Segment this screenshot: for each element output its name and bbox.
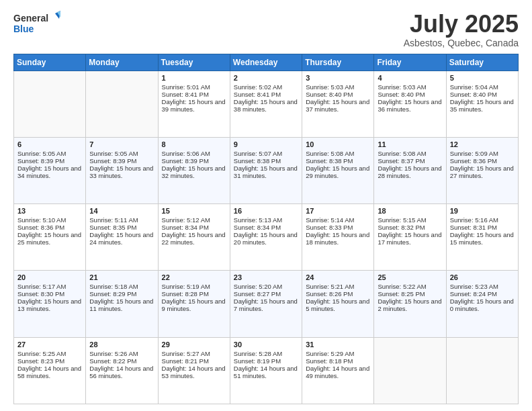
sunrise-text: Sunrise: 5:11 AM: [89, 216, 154, 224]
daylight-text: Daylight: 15 hours and 29 minutes.: [306, 165, 370, 179]
calendar-cell-w1-d2: 1Sunrise: 5:01 AMSunset: 8:41 PMDaylight…: [158, 71, 230, 137]
sunrise-text: Sunrise: 5:15 AM: [378, 216, 442, 224]
sunrise-text: Sunrise: 5:27 AM: [162, 350, 226, 357]
calendar-cell-w4-d5: 25Sunrise: 5:22 AMSunset: 8:25 PMDayligh…: [374, 271, 446, 337]
day-number: 12: [450, 140, 515, 148]
calendar-cell-w5-d5: [374, 337, 446, 404]
daylight-text: Daylight: 15 hours and 20 minutes.: [234, 231, 298, 246]
week-row-4: 20Sunrise: 5:17 AMSunset: 8:30 PMDayligh…: [14, 271, 519, 337]
daylight-text: Daylight: 15 hours and 38 minutes.: [234, 98, 298, 113]
day-number: 8: [162, 140, 226, 148]
calendar-cell-w2-d5: 11Sunrise: 5:08 AMSunset: 8:37 PMDayligh…: [374, 137, 446, 203]
daylight-text: Daylight: 15 hours and 18 minutes.: [306, 231, 370, 246]
calendar-cell-w3-d4: 17Sunrise: 5:14 AMSunset: 8:33 PMDayligh…: [302, 204, 374, 271]
sunrise-text: Sunrise: 5:05 AM: [89, 150, 154, 157]
daylight-text: Daylight: 15 hours and 25 minutes.: [17, 231, 82, 246]
day-number: 16: [234, 207, 298, 215]
daylight-text: Daylight: 15 hours and 35 minutes.: [450, 98, 515, 113]
sunset-text: Sunset: 8:40 PM: [450, 91, 515, 98]
calendar-cell-w3-d2: 15Sunrise: 5:12 AMSunset: 8:34 PMDayligh…: [158, 204, 230, 271]
sunset-text: Sunset: 8:39 PM: [162, 157, 226, 165]
sunset-text: Sunset: 8:22 PM: [89, 357, 154, 365]
calendar-cell-w2-d1: 7Sunrise: 5:05 AMSunset: 8:39 PMDaylight…: [86, 137, 158, 203]
week-row-2: 6Sunrise: 5:05 AMSunset: 8:39 PMDaylight…: [14, 137, 519, 203]
day-number: 24: [306, 273, 370, 281]
sunrise-text: Sunrise: 5:07 AM: [234, 150, 298, 157]
sunrise-text: Sunrise: 5:13 AM: [234, 216, 298, 224]
sunset-text: Sunset: 8:28 PM: [162, 290, 226, 298]
daylight-text: Daylight: 15 hours and 11 minutes.: [89, 298, 154, 312]
daylight-text: Daylight: 15 hours and 22 minutes.: [162, 231, 226, 246]
day-number: 3: [306, 74, 370, 82]
calendar-cell-w2-d0: 6Sunrise: 5:05 AMSunset: 8:39 PMDaylight…: [14, 137, 86, 203]
day-number: 4: [378, 74, 442, 82]
day-number: 11: [378, 140, 442, 148]
calendar-cell-w5-d2: 29Sunrise: 5:27 AMSunset: 8:21 PMDayligh…: [158, 337, 230, 404]
calendar-cell-w2-d2: 8Sunrise: 5:06 AMSunset: 8:39 PMDaylight…: [158, 137, 230, 203]
header: General Blue July 2025 Asbestos, Quebec,…: [13, 11, 519, 48]
daylight-text: Daylight: 15 hours and 2 minutes.: [378, 298, 442, 312]
daylight-text: Daylight: 15 hours and 15 minutes.: [450, 231, 515, 246]
calendar-cell-w2-d3: 9Sunrise: 5:07 AMSunset: 8:38 PMDaylight…: [230, 137, 302, 203]
calendar-cell-w4-d1: 21Sunrise: 5:18 AMSunset: 8:29 PMDayligh…: [86, 271, 158, 337]
week-row-1: 1Sunrise: 5:01 AMSunset: 8:41 PMDaylight…: [14, 71, 519, 137]
sunrise-text: Sunrise: 5:12 AM: [162, 216, 226, 224]
sunset-text: Sunset: 8:37 PM: [378, 157, 442, 165]
sunrise-text: Sunrise: 5:18 AM: [89, 283, 154, 290]
sunrise-text: Sunrise: 5:09 AM: [450, 150, 515, 157]
sunset-text: Sunset: 8:21 PM: [162, 357, 226, 365]
day-number: 27: [17, 340, 82, 349]
sunset-text: Sunset: 8:36 PM: [17, 224, 82, 231]
day-number: 28: [89, 340, 154, 349]
sunset-text: Sunset: 8:41 PM: [234, 91, 298, 98]
svg-text:General: General: [13, 13, 48, 24]
daylight-text: Daylight: 15 hours and 33 minutes.: [89, 165, 154, 179]
subtitle: Asbestos, Quebec, Canada: [404, 38, 519, 48]
calendar-cell-w3-d1: 14Sunrise: 5:11 AMSunset: 8:35 PMDayligh…: [86, 204, 158, 271]
daylight-text: Daylight: 15 hours and 17 minutes.: [378, 231, 442, 246]
calendar-cell-w5-d0: 27Sunrise: 5:25 AMSunset: 8:23 PMDayligh…: [14, 337, 86, 404]
daylight-text: Daylight: 15 hours and 27 minutes.: [450, 165, 515, 179]
day-number: 19: [450, 207, 515, 215]
logo-icon: General Blue: [13, 11, 60, 36]
sunrise-text: Sunrise: 5:14 AM: [306, 216, 370, 224]
calendar-cell-w4-d3: 23Sunrise: 5:20 AMSunset: 8:27 PMDayligh…: [230, 271, 302, 337]
day-number: 15: [162, 207, 226, 215]
sunrise-text: Sunrise: 5:20 AM: [234, 283, 298, 290]
daylight-text: Daylight: 15 hours and 24 minutes.: [89, 231, 154, 246]
calendar-cell-w5-d6: [446, 337, 518, 404]
sunrise-text: Sunrise: 5:28 AM: [234, 350, 298, 357]
daylight-text: Daylight: 15 hours and 13 minutes.: [17, 298, 82, 312]
daylight-text: Daylight: 15 hours and 31 minutes.: [234, 165, 298, 179]
calendar-cell-w5-d1: 28Sunrise: 5:26 AMSunset: 8:22 PMDayligh…: [86, 337, 158, 404]
daylight-text: Daylight: 15 hours and 32 minutes.: [162, 165, 226, 179]
daylight-text: Daylight: 14 hours and 51 minutes.: [234, 365, 298, 379]
daylight-text: Daylight: 15 hours and 36 minutes.: [378, 98, 442, 113]
sunset-text: Sunset: 8:35 PM: [89, 224, 154, 231]
calendar-table: Sunday Monday Tuesday Wednesday Thursday…: [13, 54, 519, 404]
header-sunday: Sunday: [14, 54, 86, 71]
sunrise-text: Sunrise: 5:16 AM: [450, 216, 515, 224]
day-number: 5: [450, 74, 515, 82]
sunset-text: Sunset: 8:25 PM: [378, 290, 442, 298]
sunset-text: Sunset: 8:40 PM: [378, 91, 442, 98]
sunset-text: Sunset: 8:38 PM: [234, 157, 298, 165]
calendar-cell-w4-d4: 24Sunrise: 5:21 AMSunset: 8:26 PMDayligh…: [302, 271, 374, 337]
week-row-5: 27Sunrise: 5:25 AMSunset: 8:23 PMDayligh…: [14, 337, 519, 404]
sunrise-text: Sunrise: 5:03 AM: [378, 83, 442, 91]
sunrise-text: Sunrise: 5:17 AM: [17, 283, 82, 290]
sunset-text: Sunset: 8:32 PM: [378, 224, 442, 231]
header-tuesday: Tuesday: [158, 54, 230, 71]
daylight-text: Daylight: 14 hours and 53 minutes.: [162, 365, 226, 379]
sunrise-text: Sunrise: 5:08 AM: [306, 150, 370, 157]
sunrise-text: Sunrise: 5:06 AM: [162, 150, 226, 157]
daylight-text: Daylight: 15 hours and 7 minutes.: [234, 298, 298, 312]
sunrise-text: Sunrise: 5:01 AM: [162, 83, 226, 91]
daylight-text: Daylight: 14 hours and 58 minutes.: [17, 365, 82, 379]
day-number: 21: [89, 273, 154, 281]
day-number: 29: [162, 340, 226, 349]
calendar-cell-w1-d4: 3Sunrise: 5:03 AMSunset: 8:40 PMDaylight…: [302, 71, 374, 137]
sunrise-text: Sunrise: 5:08 AM: [378, 150, 442, 157]
daylight-text: Daylight: 15 hours and 37 minutes.: [306, 98, 370, 113]
day-number: 22: [162, 273, 226, 281]
